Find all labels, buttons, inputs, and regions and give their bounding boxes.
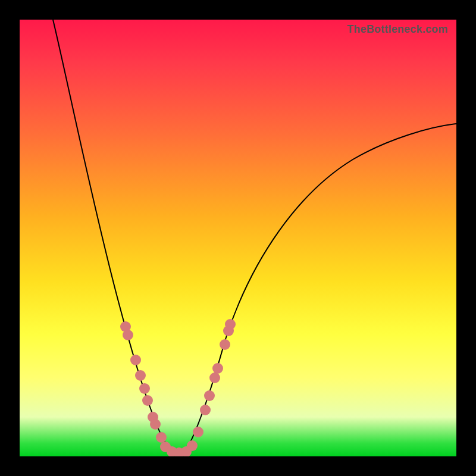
svg-point-17 xyxy=(209,372,220,383)
svg-point-18 xyxy=(212,363,223,374)
svg-point-5 xyxy=(142,395,153,406)
svg-point-13 xyxy=(187,440,198,451)
svg-point-21 xyxy=(225,319,236,330)
svg-point-2 xyxy=(130,355,141,365)
bottleneck-plot xyxy=(20,20,456,456)
svg-point-1 xyxy=(123,330,133,340)
svg-point-16 xyxy=(204,390,215,401)
svg-point-19 xyxy=(220,339,230,350)
left-curve xyxy=(53,20,173,452)
svg-point-3 xyxy=(135,370,146,381)
svg-point-14 xyxy=(193,427,203,437)
svg-point-8 xyxy=(156,432,167,443)
svg-point-4 xyxy=(139,383,150,394)
right-curve xyxy=(185,124,456,452)
scatter-dots xyxy=(120,319,236,456)
svg-point-7 xyxy=(150,419,161,430)
svg-point-15 xyxy=(200,405,211,415)
